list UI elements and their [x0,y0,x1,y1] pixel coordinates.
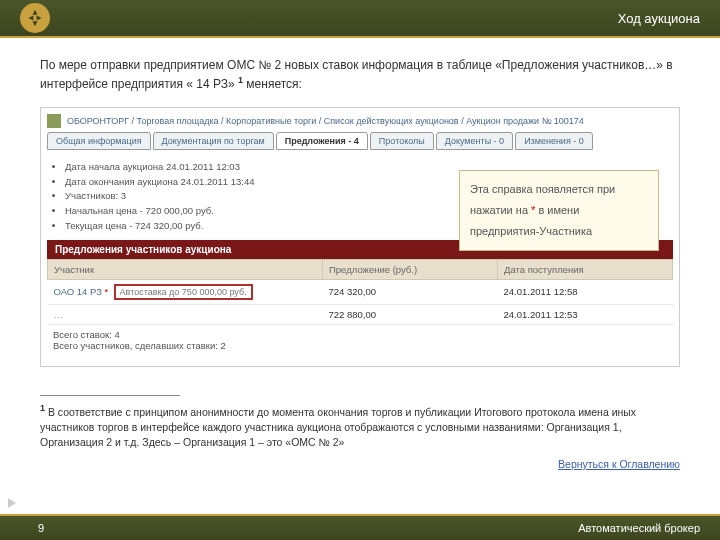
total-bidders: Всего участников, сделавших ставки: 2 [53,340,667,351]
logo-emblem [20,3,50,33]
bid-date: 24.01.2011 12:58 [498,279,673,304]
summary-block: Всего ставок: 4 Всего участников, сделав… [47,325,673,355]
slide-footer: 9 Автоматический брокер [0,514,720,540]
tab-general[interactable]: Общая информация [47,132,151,150]
bid-date: 24.01.2011 12:53 [498,304,673,324]
footnote-text: 1 В соответствие с принципом анонимности… [40,402,680,450]
intro-part2: меняется: [243,77,302,91]
slide-header: Ход аукциона [0,0,720,38]
tab-strip: Общая информация Документация по торгам … [47,132,673,150]
bid-value: 724 320,00 [323,279,498,304]
app-screenshot: ОБОРОНТОРГ / Торговая площадка / Корпора… [40,107,680,367]
intro-text: По мере отправки предприятием ОМС № 2 но… [40,56,680,93]
tab-offers[interactable]: Предложения - 4 [276,132,368,150]
table-row: ОАО 14 РЗ * Автоставка до 750 000,00 руб… [48,279,673,304]
back-to-toc-link[interactable]: Вернуться к Оглавлению [0,458,720,470]
callout-line1: Эта справка появляется при [470,179,648,200]
total-bids: Всего ставок: 4 [53,329,667,340]
autobid-box: Автоставка до 750 000,00 руб. [114,284,253,300]
tooltip-callout: Эта справка появляется при нажатии на * … [459,170,659,251]
col-participant: Участник [48,259,323,279]
app-icon [47,114,61,128]
slide-title: Ход аукциона [618,11,700,26]
table-row: … 722 880,00 24.01.2011 12:53 [48,304,673,324]
tab-docs[interactable]: Документация по торгам [153,132,274,150]
tab-changes[interactable]: Изменения - 0 [515,132,593,150]
callout-line3: предприятия-Участника [470,221,648,242]
footnote-body: В соответствие с принципом анонимности д… [40,406,636,448]
callout-line2: нажатии на * в имени [470,200,648,221]
star-icon[interactable]: * [105,286,109,297]
tab-protocols[interactable]: Протоколы [370,132,434,150]
page-number: 9 [38,522,44,534]
breadcrumb: ОБОРОНТОРГ / Торговая площадка / Корпора… [67,116,584,126]
footer-caption: Автоматический брокер [578,522,700,534]
col-bid: Предложение (руб.) [323,259,498,279]
footnote-rule [40,395,180,396]
bid-value: 722 880,00 [323,304,498,324]
tab-documents[interactable]: Документы - 0 [436,132,513,150]
play-icon[interactable] [8,498,16,508]
intro-part1: По мере отправки предприятием ОМС № 2 но… [40,58,673,91]
offers-table: Участник Предложение (руб.) Дата поступл… [47,259,673,325]
participant-name[interactable]: ОАО 14 РЗ [54,286,102,297]
col-date: Дата поступления [498,259,673,279]
